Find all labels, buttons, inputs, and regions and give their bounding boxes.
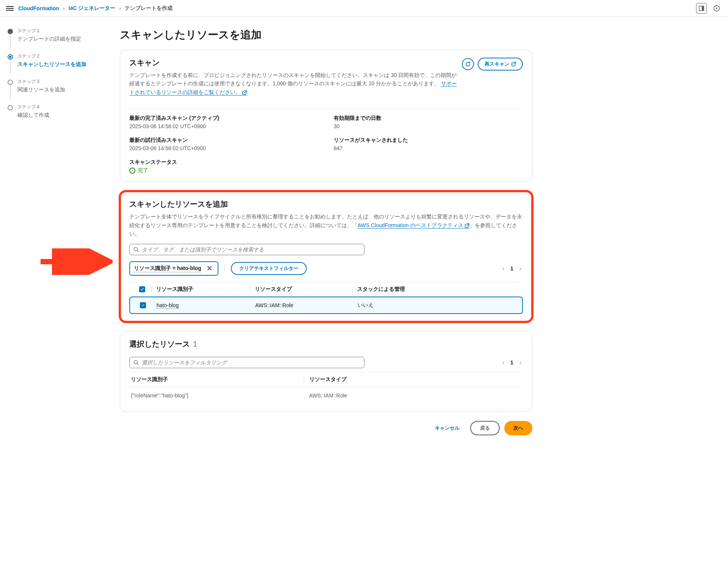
cancel-button[interactable]: キャンセル — [429, 422, 466, 435]
resources-table: ✓ リソース識別子 リソースタイプ スタックによる管理 ✓ hato-blog … — [129, 282, 523, 314]
selected-resources-panel: 選択したリソース 1 ‹ 1 › リソース識別子 リソースタイプ {"rol — [120, 331, 532, 412]
hex-icon[interactable] — [711, 3, 722, 14]
search-icon — [133, 360, 139, 365]
row-checkbox[interactable]: ✓ — [140, 302, 146, 308]
step-4[interactable]: ステップ 4 確認して作成 — [8, 104, 99, 119]
add-title: スキャンしたリソースを追加 — [129, 199, 523, 209]
breadcrumb-mid[interactable]: IaC ジェネレーター — [69, 5, 116, 12]
rescan-button[interactable]: 再スキャン — [478, 58, 523, 71]
last-completed-label: 最新の完了済みスキャン (アクティブ) — [129, 115, 318, 122]
next-page-button[interactable]: › — [518, 264, 523, 273]
refresh-icon — [465, 61, 471, 67]
selected-pager: ‹ 1 › — [501, 358, 523, 367]
days-left-value: 30 — [334, 123, 523, 129]
external-link-icon — [511, 62, 516, 66]
step-3[interactable]: ステップ 3 関連リソースを追加 — [8, 78, 99, 93]
last-attempted-value: 2025-03-06 14:58:02 UTC+0900 — [129, 145, 318, 151]
selected-next-page[interactable]: › — [518, 358, 523, 367]
panel-icon[interactable] — [696, 3, 707, 14]
row-type: AWS::IAM::Role — [251, 302, 353, 308]
col-header-type[interactable]: リソースタイプ — [250, 286, 352, 293]
scan-description: テンプレートを作成する前に、プロビジョニングされたリソースのスキャンを開始してく… — [129, 71, 462, 96]
table-row[interactable]: ✓ hato-blog AWS::IAM::Role いいえ — [129, 297, 523, 314]
svg-point-7 — [134, 361, 138, 364]
scan-panel: スキャン テンプレートを作成する前に、プロビジョニングされたリソースのスキャンを… — [120, 50, 532, 182]
wizard-sidebar: ステップ 1 テンプレートの詳細を指定 ステップ 2 スキャンしたリソースを追加… — [0, 17, 106, 446]
resource-search-input[interactable] — [142, 246, 360, 253]
refresh-button[interactable] — [462, 58, 474, 70]
scan-status-value: ✓ 完了 — [129, 167, 318, 174]
remove-filter-button[interactable]: ✕ — [205, 264, 214, 273]
scan-status-label: スキャンステータス — [129, 159, 318, 166]
selected-search[interactable] — [129, 357, 364, 368]
selected-title: 選択したリソース — [129, 339, 190, 349]
menu-icon[interactable] — [6, 5, 14, 12]
selected-search-input[interactable] — [142, 359, 360, 366]
selected-count: 1 — [193, 340, 197, 348]
footer-actions: キャンセル 戻る 次へ — [120, 421, 532, 435]
svg-line-6 — [137, 251, 139, 252]
selected-col-id[interactable]: リソース識別子 — [129, 376, 304, 383]
last-completed-value: 2025-03-06 14:58:02 UTC+0900 — [129, 123, 318, 129]
add-resources-panel: スキャンしたリソースを追加 テンプレート全体でリソースをライフサイクルと所有権別… — [120, 191, 532, 322]
page-title: スキャンしたリソースを追加 — [120, 28, 532, 42]
step-1[interactable]: ステップ 1 テンプレートの詳細を指定 — [8, 28, 99, 42]
next-button[interactable]: 次へ — [504, 421, 532, 435]
best-practices-link[interactable]: AWS CloudFormation のベストプラクティス — [358, 222, 469, 229]
svg-rect-1 — [702, 6, 704, 11]
col-header-stack[interactable]: スタックによる管理 — [352, 286, 518, 293]
col-header-id[interactable]: リソース識別子 — [151, 286, 250, 293]
days-left-label: 有効期限までの日数 — [334, 115, 523, 122]
selected-col-type[interactable]: リソースタイプ — [304, 376, 523, 383]
back-button[interactable]: 戻る — [470, 421, 500, 435]
filter-tag: リソース識別子 = hato-blog ✕ — [129, 261, 218, 276]
resources-scanned-label: リソースがスキャンされました — [334, 137, 523, 144]
selected-prev-page[interactable]: ‹ — [501, 358, 506, 367]
svg-point-3 — [716, 8, 717, 9]
svg-point-5 — [134, 248, 138, 251]
breadcrumb: CloudFormation › IaC ジェネレーター › テンプレートを作成 — [18, 5, 696, 12]
last-attempted-label: 最新の試行済みスキャン — [129, 137, 318, 144]
breadcrumb-current: テンプレートを作成 — [125, 5, 173, 12]
svg-line-8 — [137, 364, 139, 365]
selected-row-id: {"roleName":"hato-blog"} — [129, 392, 304, 399]
add-description: テンプレート全体でリソースをライフサイクルと所有権別に整理することをお勧めします… — [129, 212, 523, 238]
row-id: hato-blog — [157, 302, 179, 309]
resource-search[interactable] — [129, 244, 364, 255]
prev-page-button[interactable]: ‹ — [501, 264, 506, 273]
select-all-checkbox[interactable]: ✓ — [139, 286, 145, 292]
selected-row: {"roleName":"hato-blog"} AWS::IAM::Role — [129, 387, 523, 404]
check-circle-icon: ✓ — [129, 168, 135, 174]
resources-scanned-value: 847 — [334, 145, 523, 151]
resources-pager: ‹ 1 › — [501, 264, 523, 273]
top-nav: CloudFormation › IaC ジェネレーター › テンプレートを作成 — [0, 0, 728, 17]
step-2[interactable]: ステップ 2 スキャンしたリソースを追加 — [8, 53, 99, 68]
search-icon — [133, 247, 139, 252]
breadcrumb-root[interactable]: CloudFormation — [18, 5, 59, 11]
selected-row-type: AWS::IAM::Role — [304, 392, 523, 399]
row-stack: いいえ — [353, 302, 517, 309]
scan-title: スキャン — [129, 58, 462, 68]
clear-text-filter-button[interactable]: クリアテキストフィルター — [231, 262, 307, 275]
